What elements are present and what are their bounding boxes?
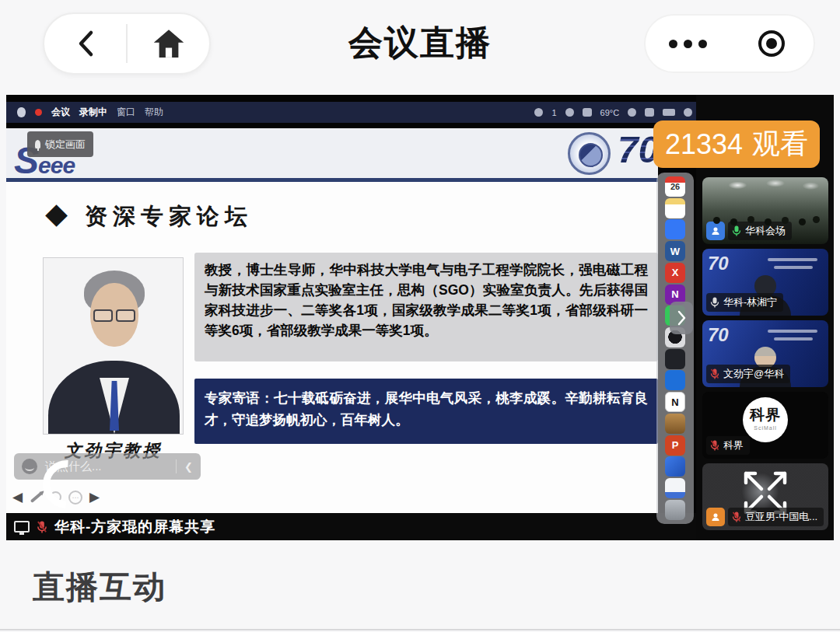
viewer-count-badge: 21334 观看 [653, 120, 820, 168]
participant-name: 科界 [723, 438, 744, 452]
sidebar-collapse-handle[interactable] [670, 302, 693, 334]
menubar-menu-help: 帮助 [145, 106, 163, 119]
slide-header-band [6, 128, 658, 178]
wechat-icon [534, 108, 543, 117]
menubar-recording-status: 录制中 [79, 106, 107, 119]
chat-divider [176, 459, 177, 473]
pin-view-tooltip: 锁定画面 [27, 131, 93, 157]
prev-arrow-button[interactable]: ◀ [12, 489, 23, 505]
battery-icon [663, 109, 675, 116]
slide-divider [6, 178, 658, 182]
muted-mic-icon [710, 368, 719, 379]
screenshot-icon [583, 108, 592, 117]
exit-button[interactable] [730, 16, 814, 72]
participant-name: 华科会场 [745, 224, 786, 238]
anniversary-70-overlay: 70 [708, 324, 729, 346]
viewer-count-suffix: 观看 [752, 125, 808, 163]
screen-share-bar: 华科-方家琨的屏幕共享 [6, 513, 696, 540]
apple-icon [17, 107, 26, 117]
facetime-icon[interactable] [665, 219, 685, 239]
notion-icon[interactable]: N [665, 392, 685, 412]
powerpoint-icon[interactable]: P [665, 435, 685, 456]
section-divider [0, 629, 840, 630]
blue-app-icon[interactable] [665, 456, 685, 477]
screen-share-icon [14, 521, 30, 532]
scimall-logo-subtext: SciMall [743, 425, 788, 431]
pencil-icon[interactable] [30, 492, 43, 503]
top-nav: 会议直播 [0, 0, 840, 95]
speaker-badge-icon [706, 222, 725, 240]
macos-dock: 26 W X N N P [656, 173, 694, 524]
wechat-badge-count: 1 [551, 108, 556, 117]
professor-photo [43, 257, 184, 435]
viewer-count: 21334 [665, 128, 743, 161]
menubar-app-name: 会议 [51, 106, 70, 119]
muted-mic-icon [37, 521, 47, 533]
calendar-icon[interactable]: 26 [665, 176, 685, 197]
menubar-menu-window: 窗口 [117, 106, 135, 119]
bluetooth-icon [628, 108, 636, 117]
notes-icon[interactable] [665, 198, 685, 218]
pin-view-tooltip-label: 锁定画面 [45, 138, 86, 152]
next-arrow-button[interactable]: ▶ [89, 489, 100, 505]
trash-icon[interactable] [665, 500, 685, 520]
muted-mic-icon [710, 440, 719, 451]
dark-hex-app-icon[interactable] [665, 349, 685, 369]
participant-name: 豆亚男-中国电... [745, 510, 817, 524]
target-icon [758, 30, 785, 57]
anniversary-70-overlay: 70 [708, 253, 729, 274]
recording-dot-icon [35, 109, 42, 116]
participant-thumbnail[interactable]: 科界 SciMall 科界 [702, 392, 828, 459]
mini-program-screen: 会议直播 会议 录制中 窗口 帮助 1 [0, 0, 840, 632]
muted-mic-icon [732, 512, 741, 522]
wifi-icon [645, 108, 654, 117]
more-icon [669, 40, 707, 48]
vscode-icon[interactable] [665, 370, 685, 390]
active-mic-icon [732, 225, 741, 236]
chat-collapse-icon[interactable]: ❮ [184, 461, 193, 473]
scimall-logo-text: 科界 [743, 405, 788, 425]
word-icon[interactable]: W [665, 241, 685, 261]
pin-icon [35, 140, 40, 148]
participant-thumbnail[interactable]: 70 文劲宇@华科 [702, 320, 828, 387]
emoji-icon [22, 459, 37, 474]
slide-title: ◆ 资深专家论坛 [45, 201, 253, 232]
search-icon [684, 108, 692, 117]
temperature-status: 69°C [600, 108, 620, 117]
participant-name: 文劲宇@华科 [723, 367, 784, 381]
university-emblem-icon [568, 132, 611, 175]
mic-icon [710, 297, 719, 308]
chevron-right-icon [677, 310, 686, 326]
notification-icon [565, 108, 574, 117]
chat-input[interactable]: 说点什么... ❮ [14, 453, 201, 480]
nutstore-icon[interactable] [665, 414, 685, 434]
drive-app-icon[interactable] [665, 478, 685, 498]
red-x-app-icon[interactable]: X [665, 263, 685, 283]
section-title-live-interaction: 直播互动 [33, 566, 166, 609]
more-button[interactable] [646, 16, 730, 72]
participant-thumbnail[interactable]: 70 华科-林湘宁 [702, 249, 828, 316]
participant-name: 华科-林湘宁 [723, 295, 777, 309]
host-badge-icon [706, 508, 725, 526]
expert-message-text: 专家寄语：七十载砥砺奋进，展华中电气风采，桃李成蹊。辛勤耕耘育良才，守追梦扬帆初… [194, 379, 658, 444]
screen-share-label: 华科-方家琨的屏幕共享 [54, 517, 215, 537]
glasses-icon [93, 309, 135, 322]
participant-thumbnail[interactable]: 华科会场 [702, 177, 828, 244]
program-capsule [644, 14, 815, 73]
professor-bio-text: 教授，博士生导师，华中科技大学电气与电子工程学院院长，强电磁工程与新技术国家重点… [194, 253, 658, 361]
participant-thumbnail[interactable]: 豆亚男-中国电... [702, 463, 828, 530]
